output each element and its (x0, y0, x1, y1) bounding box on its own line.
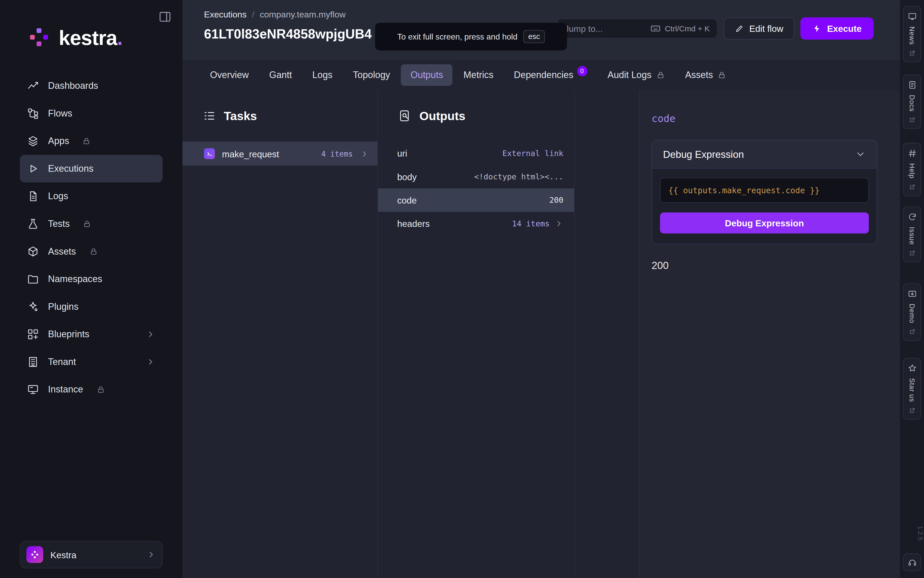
sidebar-collapse-button[interactable] (158, 10, 173, 24)
tab-assets[interactable]: Assets (676, 64, 736, 86)
tab-dependencies[interactable]: Dependencies 0 (504, 64, 597, 86)
output-row-headers[interactable]: headers 14 items (378, 212, 574, 235)
rail-label: Help (908, 163, 916, 179)
sidebar-item-plugins[interactable]: Plugins (20, 293, 162, 321)
tab-audit-logs[interactable]: Audit Logs (598, 64, 674, 86)
chevron-right-icon (146, 550, 156, 559)
expression-input[interactable]: {{ outputs.make_request.code }} (660, 178, 869, 203)
rail-news-button[interactable]: News (903, 6, 921, 62)
debug-card-header[interactable]: Debug Expression (652, 140, 877, 168)
sidebar-item-blueprints[interactable]: Blueprints (20, 321, 162, 348)
lock-icon (83, 137, 91, 145)
sidebar-item-flows[interactable]: Flows (20, 100, 162, 127)
version-label: 1.2.5 (900, 526, 924, 541)
tab-label: Audit Logs (607, 70, 651, 80)
file-document-icon (27, 190, 39, 202)
tab-label: Topology (353, 70, 390, 80)
output-row-code[interactable]: code 200 (378, 188, 574, 212)
breadcrumb-executions[interactable]: Executions (204, 10, 247, 19)
external-link-icon (909, 117, 915, 123)
execute-button[interactable]: Execute (801, 18, 874, 40)
nested-outputs-column (575, 90, 640, 578)
sidebar-item-instance[interactable]: Instance (20, 376, 162, 403)
support-icon (908, 558, 917, 567)
tooltip-message: To exit full screen, press and hold (397, 32, 518, 41)
sidebar-item-namespaces[interactable]: Namespaces (20, 265, 162, 293)
tab-label: Metrics (464, 70, 494, 80)
dependencies-badge: 0 (577, 66, 587, 76)
file-search-icon (398, 109, 411, 122)
rail-label: Star us (908, 378, 916, 402)
breadcrumb-separator: / (252, 10, 254, 19)
rail-help-button[interactable]: Help (903, 143, 921, 196)
jump-to-search[interactable]: Ctrl/Cmd + K (557, 18, 718, 38)
sidebar-item-executions[interactable]: Executions (20, 155, 162, 182)
output-value-result: 200 (652, 260, 877, 272)
tab-logs[interactable]: Logs (303, 64, 342, 86)
rail-label: News (908, 26, 916, 45)
sidebar-item-label: Plugins (48, 301, 78, 312)
outputs-panel: Outputs uri External link body <!doctype… (378, 90, 575, 578)
blueprints-grid-icon (27, 328, 39, 340)
sidebar-item-dashboards[interactable]: Dashboards (20, 72, 162, 100)
brand-wordmark: kestra (59, 26, 117, 49)
tasks-panel-header: Tasks (182, 90, 378, 142)
kestra-logo: kestra. (26, 25, 123, 50)
main-area: Executions / company.team.myflow 61LT0l8… (182, 0, 900, 578)
tab-outputs[interactable]: Outputs (401, 64, 453, 86)
edit-flow-button[interactable]: Edit flow (724, 18, 795, 40)
fullscreen-exit-tooltip: To exit full screen, press and hold esc (375, 23, 567, 50)
sidebar-item-tenant[interactable]: Tenant (20, 348, 162, 376)
output-row-uri[interactable]: uri External link (378, 142, 574, 165)
sidebar-item-apps[interactable]: Apps (20, 127, 162, 155)
rail-label: Issue (908, 227, 916, 245)
list-tree-icon (203, 109, 216, 122)
breadcrumb-flow[interactable]: company.team.myflow (260, 10, 346, 19)
help-hash-icon (908, 149, 917, 158)
lock-icon (718, 71, 726, 79)
tab-label: Dependencies (514, 70, 573, 80)
debug-expression-button[interactable]: Debug Expression (660, 213, 869, 234)
output-value: 200 (549, 196, 563, 205)
external-link-icon (909, 250, 915, 256)
sidebar-item-logs[interactable]: Logs (20, 182, 162, 210)
kestra-app: kestra. Dashboards Flows Apps Executions (0, 0, 924, 578)
rail-demo-button[interactable]: Demo (903, 283, 921, 341)
tab-overview[interactable]: Overview (200, 64, 258, 86)
external-link-icon (909, 408, 915, 414)
http-task-icon (204, 148, 215, 159)
rail-star-us-button[interactable]: Star us (903, 358, 921, 420)
chevron-right-icon (146, 357, 155, 367)
lightning-icon (813, 24, 822, 33)
task-name: make_request (222, 149, 279, 159)
output-key: code (397, 195, 417, 205)
apps-stack-icon (27, 135, 39, 147)
shortcut-label: Ctrl/Cmd + K (665, 24, 710, 33)
tab-label: Gantt (269, 70, 292, 80)
rail-issue-button[interactable]: Issue (903, 206, 921, 262)
rail-support-button[interactable] (903, 554, 921, 572)
sidebar-item-label: Instance (48, 384, 83, 395)
server-icon (27, 383, 39, 396)
sidebar-item-tests[interactable]: Tests (20, 210, 162, 238)
esc-keycap: esc (524, 30, 545, 43)
tab-topology[interactable]: Topology (343, 64, 400, 86)
tab-metrics[interactable]: Metrics (454, 64, 503, 86)
chart-line-icon (27, 80, 39, 92)
output-row-body[interactable]: body <!doctype html><... (378, 165, 574, 188)
tab-label: Outputs (411, 70, 443, 80)
rail-docs-button[interactable]: Docs (903, 75, 921, 129)
sidebar-item-assets[interactable]: Assets (20, 238, 162, 265)
tab-gantt[interactable]: Gantt (260, 64, 301, 86)
output-key: uri (397, 148, 407, 159)
debug-card-title: Debug Expression (663, 149, 744, 160)
tasks-title: Tasks (224, 109, 257, 123)
task-row-make-request[interactable]: make_request 4 items (182, 142, 378, 166)
play-icon (27, 163, 39, 175)
output-value: <!doctype html><... (474, 172, 563, 181)
docs-icon (908, 80, 917, 89)
output-value-external-link[interactable]: External link (502, 149, 563, 158)
search-input[interactable] (564, 24, 650, 33)
tenant-switcher[interactable]: Kestra (20, 541, 162, 568)
sync-icon (908, 213, 917, 221)
